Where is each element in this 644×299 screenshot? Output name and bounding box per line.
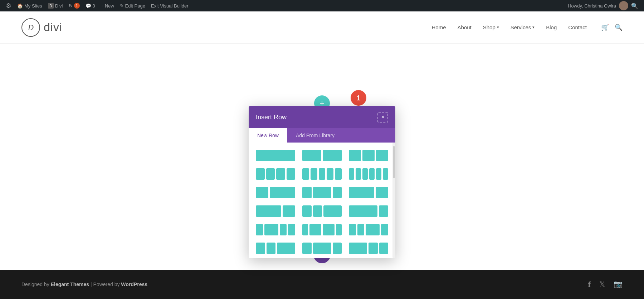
layout-block: [333, 243, 342, 254]
layout-block: [336, 224, 342, 235]
layout-block: [383, 168, 388, 180]
nav-services-chevron: ▾: [532, 25, 535, 30]
modal-body[interactable]: [249, 143, 395, 258]
nav-contact[interactable]: Contact: [568, 24, 587, 30]
layout-4col-asym3[interactable]: [347, 223, 390, 237]
site-logo[interactable]: D divi: [21, 18, 62, 37]
site-nav: Home About Shop ▾ Services ▾ Blog Contac…: [431, 24, 623, 31]
scrollbar-thumb[interactable]: [393, 146, 395, 178]
layout-4col[interactable]: [254, 167, 297, 181]
new-btn[interactable]: + New: [98, 0, 117, 11]
layout-row6-2[interactable]: [301, 241, 343, 255]
header-search-icon[interactable]: 🔍: [615, 24, 623, 31]
layout-2col-asym2[interactable]: [347, 204, 390, 218]
admin-bar: ⚙ 🏠 My Sites D Divi ↻ 1 💬 0 + New ✎ Edit…: [0, 0, 644, 11]
layout-block: [277, 243, 295, 254]
layout-5col[interactable]: [301, 167, 343, 181]
layout-block: [313, 187, 331, 198]
layout-2col-right-large[interactable]: [347, 185, 390, 200]
admin-search-icon[interactable]: 🔍: [631, 3, 638, 9]
layout-6col[interactable]: [347, 167, 390, 181]
layout-block: [366, 224, 380, 235]
layout-block: [349, 187, 374, 198]
layout-block: [335, 168, 342, 180]
nav-services[interactable]: Services ▾: [511, 24, 535, 30]
layout-block: [311, 168, 317, 180]
nav-about[interactable]: About: [457, 24, 471, 30]
twitter-icon[interactable]: 𝕏: [599, 280, 605, 289]
layout-3col-equal[interactable]: [347, 148, 390, 163]
layout-4col-asym2[interactable]: [301, 223, 343, 237]
layout-block: [313, 243, 331, 254]
layout-block: [379, 243, 389, 254]
footer-powered-by: | Powered by: [91, 281, 121, 287]
avatar: [619, 1, 628, 10]
layout-block: [288, 224, 295, 235]
footer-designed-by: Designed by: [21, 281, 51, 287]
facebook-icon[interactable]: f: [588, 280, 591, 289]
layout-block: [323, 150, 342, 161]
layout-row6-3[interactable]: [347, 241, 390, 255]
nav-blog[interactable]: Blog: [546, 24, 557, 30]
my-sites-label: My Sites: [24, 3, 42, 9]
layout-block: [256, 205, 281, 217]
divi-btn[interactable]: D Divi: [45, 0, 66, 11]
layout-block: [302, 205, 312, 217]
layout-block: [369, 168, 375, 180]
layout-block: [256, 150, 295, 161]
tab-new-row[interactable]: New Row: [249, 128, 287, 143]
cart-icon[interactable]: 🛒: [601, 24, 609, 31]
logo-text: divi: [44, 21, 62, 34]
layout-3col-mixed1[interactable]: [301, 185, 343, 200]
modal-tabs: New Row Add From Library: [249, 128, 395, 143]
my-sites-btn[interactable]: 🏠 My Sites: [14, 0, 45, 11]
layout-block: [309, 224, 321, 235]
layout-2col-asym1[interactable]: [254, 204, 297, 218]
layout-block: [280, 224, 287, 235]
exit-vb-btn[interactable]: Exit Visual Builder: [148, 0, 191, 11]
layout-block: [276, 168, 285, 180]
layout-row6-1[interactable]: [254, 241, 297, 255]
edit-page-btn[interactable]: ✎ Edit Page: [117, 0, 148, 11]
updates-btn[interactable]: ↻ 1: [66, 0, 83, 11]
layout-block: [349, 168, 354, 180]
new-label: + New: [101, 3, 114, 9]
layout-2col-left-small[interactable]: [254, 185, 297, 200]
layout-block: [283, 205, 295, 217]
layout-block: [349, 224, 356, 235]
layout-block: [362, 150, 375, 161]
scrollbar-track[interactable]: [392, 143, 395, 258]
layout-block: [256, 187, 268, 198]
layout-block: [376, 150, 388, 161]
logo-circle: D: [21, 18, 40, 37]
logo-letter: D: [28, 23, 34, 32]
nav-home[interactable]: Home: [431, 24, 446, 30]
layout-2col-equal[interactable]: [301, 148, 343, 163]
layout-4col-asym1[interactable]: [254, 223, 297, 237]
nav-shop[interactable]: Shop ▾: [483, 24, 499, 30]
nav-home-label: Home: [431, 24, 446, 30]
footer-elegant-themes: Elegant Themes: [51, 281, 89, 287]
divi-icon: D: [48, 3, 54, 9]
modal-close-button[interactable]: ×: [377, 112, 388, 123]
layout-1col[interactable]: [254, 148, 297, 163]
layout-block: [349, 205, 377, 217]
tab-add-from-library[interactable]: Add From Library: [287, 128, 343, 143]
comments-btn[interactable]: 💬 0: [83, 0, 98, 11]
layout-block: [379, 205, 389, 217]
modal-title: Insert Row: [256, 114, 287, 121]
comments-icon: 💬: [86, 3, 91, 9]
layout-3col-asym2[interactable]: [301, 204, 343, 218]
instagram-icon[interactable]: 📷: [614, 280, 623, 289]
layout-block: [349, 243, 367, 254]
layout-block: [270, 187, 295, 198]
badge-number: 1: [356, 94, 360, 102]
nav-contact-label: Contact: [568, 24, 587, 30]
footer-text: Designed by Elegant Themes | Powered by …: [21, 281, 147, 287]
nav-blog-label: Blog: [546, 24, 557, 30]
insert-row-modal: Insert Row × New Row Add From Library: [249, 106, 395, 258]
layout-block: [323, 205, 342, 217]
site-header: D divi Home About Shop ▾ Services ▾ Blog…: [0, 11, 644, 44]
layout-block: [356, 168, 361, 180]
wp-logo-btn[interactable]: ⚙: [3, 0, 14, 11]
